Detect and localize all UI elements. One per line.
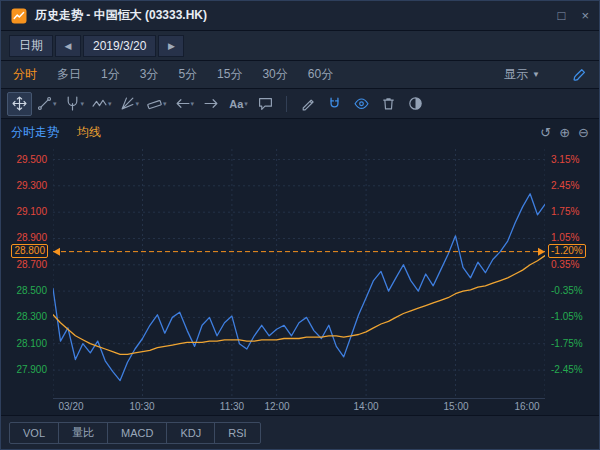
period-tab-bar: 分时 多日 1分 3分 5分 15分 30分 60分 显示 ▼ (1, 61, 599, 89)
prev-day-button[interactable]: ◀ (55, 35, 81, 57)
tab-5min[interactable]: 5分 (178, 66, 197, 83)
percent-axis: 3.15%2.45%1.75%1.05%0.35%-0.35%-1.05%-1.… (547, 149, 599, 399)
ruler-tool-button[interactable]: ▾ (144, 92, 170, 116)
percent-tick-label: 1.05% (551, 232, 579, 244)
chart-area[interactable]: 29.50029.30029.10028.90028.70028.50028.3… (1, 145, 599, 415)
tab-intraday-trend[interactable]: 分时走势 (11, 124, 59, 141)
time-tick-label: 10:30 (124, 401, 160, 412)
time-tick-label: 15:00 (438, 401, 474, 412)
date-label: 日期 (9, 35, 53, 57)
percent-tick-label: -2.45% (551, 364, 583, 376)
time-axis: 03/2010:3011:3012:0014:0015:0016:00 (53, 401, 545, 415)
price-tick-label: 29.100 (16, 206, 47, 218)
time-tick-label: 12:00 (259, 401, 295, 412)
intraday-plot[interactable] (53, 149, 545, 399)
time-tick-label: 11:30 (214, 401, 250, 412)
time-tick-label: 03/20 (53, 401, 89, 412)
tab-15min[interactable]: 15分 (217, 66, 242, 83)
app-window: 历史走势 - 中国恒大 (03333.HK) □ × 日期 ◀ 2019/3/2… (0, 0, 600, 450)
maximize-button[interactable]: □ (558, 9, 566, 22)
percent-tick-label: 0.35% (551, 259, 579, 271)
toolbar-separator (286, 96, 287, 112)
pitchfork-tool-button[interactable]: ▾ (62, 92, 88, 116)
chart-tools: ↺ ⊕ ⊖ (540, 125, 589, 140)
percent-tick-label: 3.15% (551, 154, 579, 166)
tab-rsi[interactable]: RSI (214, 422, 260, 444)
percent-tick-label: 2.45% (551, 180, 579, 192)
chevron-down-icon: ▾ (244, 100, 248, 108)
chart-panel: 分时走势 均线 ↺ ⊕ ⊖ 29.50029.30029.10028.90028… (1, 119, 599, 415)
wave-tool-button[interactable]: ▾ (89, 92, 115, 116)
tab-60min[interactable]: 60分 (308, 66, 333, 83)
chevron-down-icon: ▼ (532, 70, 540, 79)
price-tick-label: 29.300 (16, 180, 47, 192)
window-controls: □ × (558, 9, 589, 22)
price-tick-label: 28.100 (16, 338, 47, 350)
pan-tool-button[interactable] (7, 92, 32, 116)
chevron-down-icon: ▾ (108, 100, 112, 108)
chevron-down-icon: ▾ (136, 100, 140, 108)
chevron-down-icon: ▾ (53, 100, 57, 108)
reference-percent-label: -1.20% (548, 244, 586, 258)
zoom-in-icon[interactable]: ⊕ (559, 125, 570, 140)
reference-price-label: 28.800 (11, 244, 48, 258)
display-label: 显示 (504, 66, 528, 83)
price-tick-label: 28.500 (16, 285, 47, 297)
trash-tool-button[interactable] (376, 92, 401, 116)
price-tick-label: 27.900 (16, 364, 47, 376)
drawing-toolbar: ▾ ▾ ▾ ▾ ▾ ▾ Aa ▾ (1, 89, 599, 119)
brush-icon[interactable] (572, 67, 587, 82)
arrow-left-tool-button[interactable]: ▾ (172, 92, 198, 116)
price-tick-label: 28.900 (16, 232, 47, 244)
time-tick-label: 16:00 (509, 401, 545, 412)
display-menu-button[interactable]: 显示 ▼ (504, 66, 540, 83)
contrast-tool-button[interactable] (403, 92, 428, 116)
tab-vol[interactable]: VOL (9, 422, 59, 444)
eye-tool-button[interactable] (349, 92, 374, 116)
app-logo-icon (11, 8, 27, 24)
arrow-right-tool-button[interactable] (199, 92, 224, 116)
percent-tick-label: 1.75% (551, 206, 579, 218)
chevron-down-icon: ▾ (81, 100, 85, 108)
percent-tick-label: -0.35% (551, 285, 583, 297)
undo-icon[interactable]: ↺ (540, 125, 551, 140)
chart-header: 分时走势 均线 ↺ ⊕ ⊖ (1, 119, 599, 145)
tab-3min[interactable]: 3分 (140, 66, 159, 83)
tab-macd[interactable]: MACD (107, 422, 167, 444)
tab-30min[interactable]: 30分 (262, 66, 287, 83)
tab-multiday[interactable]: 多日 (57, 66, 81, 83)
tab-volume-ratio[interactable]: 量比 (58, 422, 108, 444)
callout-tool-button[interactable] (253, 92, 278, 116)
pencil-tool-button[interactable] (295, 92, 320, 116)
zoom-out-icon[interactable]: ⊖ (578, 125, 589, 140)
tab-intraday[interactable]: 分时 (13, 66, 37, 83)
indicator-bar: VOL 量比 MACD KDJ RSI (1, 415, 599, 449)
price-tick-label: 28.300 (16, 311, 47, 323)
price-tick-label: 29.500 (16, 154, 47, 166)
tab-moving-average[interactable]: 均线 (77, 124, 101, 141)
text-tool-label: Aa (229, 98, 243, 110)
price-axis: 29.50029.30029.10028.90028.70028.50028.3… (1, 149, 51, 399)
price-tick-label: 28.700 (16, 259, 47, 271)
chevron-down-icon: ▾ (163, 100, 167, 108)
date-bar: 日期 ◀ 2019/3/20 ▶ (1, 31, 599, 61)
close-button[interactable]: × (581, 9, 589, 22)
title-bar[interactable]: 历史走势 - 中国恒大 (03333.HK) □ × (1, 1, 599, 31)
magnet-tool-button[interactable] (322, 92, 347, 116)
window-title: 历史走势 - 中国恒大 (03333.HK) (35, 7, 207, 24)
tab-1min[interactable]: 1分 (101, 66, 120, 83)
trendline-tool-button[interactable]: ▾ (34, 92, 60, 116)
gann-tool-button[interactable]: ▾ (117, 92, 143, 116)
text-tool-button[interactable]: Aa ▾ (226, 92, 251, 116)
percent-tick-label: -1.75% (551, 338, 583, 350)
percent-tick-label: -1.05% (551, 311, 583, 323)
time-tick-label: 14:00 (348, 401, 384, 412)
date-value[interactable]: 2019/3/20 (83, 35, 156, 57)
tab-kdj[interactable]: KDJ (166, 422, 215, 444)
chevron-down-icon: ▾ (191, 100, 195, 108)
next-day-button[interactable]: ▶ (158, 35, 184, 57)
